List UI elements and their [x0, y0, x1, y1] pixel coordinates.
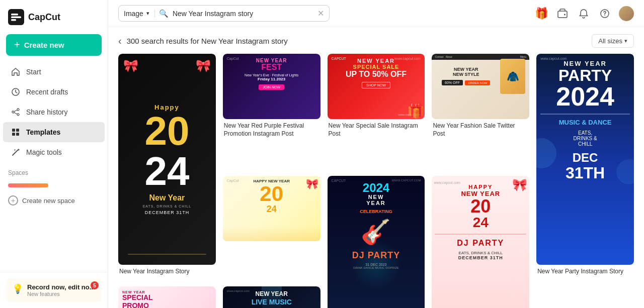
spaces-label: Spaces	[0, 162, 108, 179]
record-banner-title: Record now, edit no...	[27, 283, 95, 291]
svg-point-15	[604, 15, 605, 16]
svg-point-6	[17, 114, 19, 116]
sidebar-item-start[interactable]: Start	[3, 62, 105, 82]
sidebar-item-templates[interactable]: Templates	[3, 122, 105, 142]
template-label-3: New Year Party Instagram Story	[536, 268, 634, 276]
plus-icon: +	[14, 39, 20, 51]
template-card-7[interactable]: CAPCUT WWW.CAPCUT.COM 2024 NEW YEAR CELE…	[328, 176, 425, 308]
template-thumb-10: www.capcut.com NEW YEAR LIVE MUSIC 🎵	[223, 286, 320, 308]
search-icon: 🔍	[159, 9, 169, 18]
main-content: Image ▾ 🔍 ✕ 🎁 ‹ 300 search re	[108, 0, 644, 308]
space-item[interactable]	[0, 179, 108, 191]
filter-chevron-icon: ▾	[624, 38, 627, 44]
template-label-1: New Year Instagram Story	[118, 268, 216, 276]
template-thumb-1: Happy 20 24 New Year EATS, DRINKS & CHIL…	[118, 54, 216, 265]
results-area: ‹ 300 search results for New Year Instag…	[108, 27, 644, 308]
template-label-2: New Year Red Purple Festival Promotion I…	[223, 122, 320, 138]
create-space-button[interactable]: + Create new space	[0, 191, 108, 210]
sidebar-item-magic-tools[interactable]: Magic tools	[3, 142, 105, 162]
record-banner[interactable]: 💡 Record now, edit no... New features 5	[6, 278, 102, 302]
template-card-8[interactable]: 🎀 www.capcut.com HAPPY NEW YEAR 20 24 DJ…	[432, 176, 529, 308]
svg-point-7	[12, 111, 14, 113]
notification-badge: 5	[91, 281, 99, 289]
create-new-button[interactable]: + Create new	[6, 34, 102, 56]
wallet-icon[interactable]	[555, 7, 570, 21]
svg-rect-1	[11, 14, 18, 16]
svg-rect-11	[16, 133, 19, 136]
app-name: CapCut	[28, 12, 60, 23]
template-card-1[interactable]: Happy 20 24 New Year EATS, DRINKS & CHIL…	[118, 54, 216, 279]
results-count-text: 300 search results for New Year Instagra…	[127, 37, 288, 45]
svg-point-5	[17, 109, 19, 111]
svg-rect-2	[11, 17, 21, 19]
help-icon[interactable]	[598, 7, 612, 21]
record-banner-subtitle: New features	[27, 291, 95, 297]
capcut-logo-icon	[8, 9, 24, 25]
search-input[interactable]	[173, 10, 313, 18]
sidebar-item-recent-drafts[interactable]: Recent drafts	[3, 82, 105, 102]
chevron-down-icon: ▾	[146, 10, 149, 17]
filter-size-button[interactable]: All sizes ▾	[592, 34, 634, 48]
notification-icon[interactable]	[577, 7, 591, 21]
back-button[interactable]: ‹	[118, 35, 122, 47]
space-color-bar	[8, 183, 48, 187]
svg-rect-12	[558, 11, 567, 18]
plus-circle-icon: +	[8, 195, 18, 206]
sidebar: CapCut + Create new Start Recent drafts …	[0, 0, 108, 308]
wand-icon	[11, 148, 20, 157]
top-bar: Image ▾ 🔍 ✕ 🎁	[108, 0, 644, 27]
results-nav: ‹ 300 search results for New Year Instag…	[118, 35, 288, 47]
template-thumb-6: CapCut 🎀 HAPPY NEW YEAR 20 24	[223, 176, 320, 241]
template-label-5: New Year Fashion Sale Twitter Post	[432, 122, 529, 138]
template-card-6[interactable]: CapCut 🎀 HAPPY NEW YEAR 20 24	[223, 176, 320, 279]
sidebar-item-share-history[interactable]: Share history	[3, 102, 105, 122]
topbar-right: 🎁	[534, 6, 634, 21]
template-card-10[interactable]: www.capcut.com NEW YEAR LIVE MUSIC 🎵	[223, 286, 320, 308]
template-label-4: New Year Special Sale Instagram Post	[328, 122, 425, 138]
template-card-2[interactable]: CapCut NEW YEAR FEST New Year's Eve · Fe…	[223, 54, 320, 169]
grid-icon	[11, 128, 20, 137]
search-type-select[interactable]: Image ▾	[124, 10, 155, 18]
template-thumb-3: www.capcut.com NEW YEAR PARTY 2024 MUSIC…	[536, 54, 634, 265]
svg-rect-3	[11, 19, 16, 21]
template-thumb-4: CAPCUT www.capcut.com NEW YEAR SPECIAL S…	[328, 54, 425, 119]
search-box: Image ▾ 🔍 ✕	[118, 5, 330, 22]
template-thumb-9: NEW YEAR SPECIAL PROMO Year-end fashion …	[118, 286, 216, 308]
user-avatar[interactable]	[619, 6, 634, 21]
template-thumb-8: 🎀 www.capcut.com HAPPY NEW YEAR 20 24 DJ…	[432, 176, 529, 308]
template-card-3[interactable]: www.capcut.com NEW YEAR PARTY 2024 MUSIC…	[536, 54, 634, 279]
results-header: ‹ 300 search results for New Year Instag…	[118, 27, 634, 54]
lightbulb-icon: 💡	[12, 283, 23, 294]
template-thumb-2: CapCut NEW YEAR FEST New Year's Eve · Fe…	[223, 54, 320, 119]
clock-icon	[11, 87, 20, 96]
template-card-9[interactable]: NEW YEAR SPECIAL PROMO Year-end fashion …	[118, 286, 216, 308]
templates-grid: Happy 20 24 New Year EATS, DRINKS & CHIL…	[118, 54, 634, 308]
home-icon	[11, 67, 20, 76]
sidebar-bottom: 💡 Record now, edit no... New features 5	[0, 272, 108, 308]
svg-rect-10	[12, 133, 15, 136]
gift-icon[interactable]: 🎁	[534, 7, 548, 21]
share-icon	[11, 108, 20, 117]
clear-search-button[interactable]: ✕	[317, 9, 324, 18]
svg-rect-8	[12, 129, 15, 132]
template-card-5[interactable]: Contact About Menu NEW YEAR NEW STYLE 60…	[432, 54, 529, 169]
svg-point-13	[564, 14, 566, 15]
svg-rect-9	[16, 129, 19, 132]
template-thumb-7: CAPCUT WWW.CAPCUT.COM 2024 NEW YEAR CELE…	[328, 176, 425, 308]
logo-area: CapCut	[0, 0, 108, 34]
template-card-4[interactable]: CAPCUT www.capcut.com NEW YEAR SPECIAL S…	[328, 54, 425, 169]
template-thumb-5: Contact About Menu NEW YEAR NEW STYLE 60…	[432, 54, 529, 119]
